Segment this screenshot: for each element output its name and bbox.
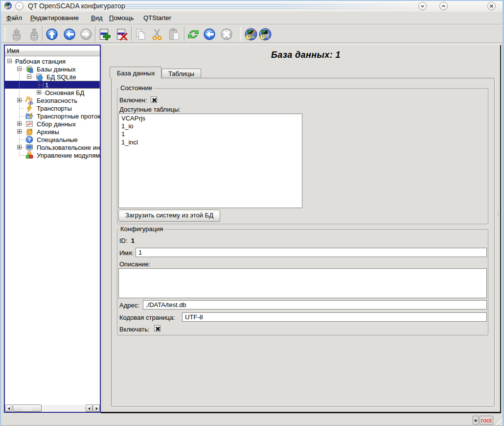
svg-text:?: ? (28, 137, 31, 142)
